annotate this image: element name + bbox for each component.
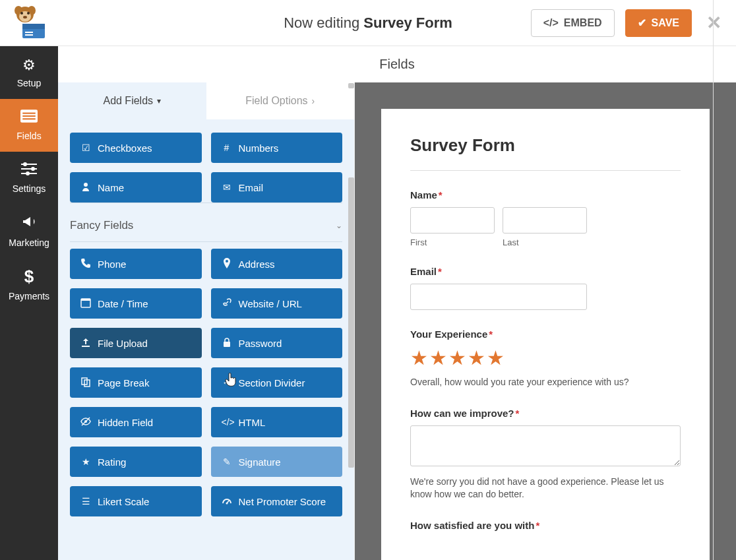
code-icon: </>: [222, 417, 232, 427]
svg-rect-22: [81, 299, 90, 301]
fancy-fields-section[interactable]: Fancy Fields ⌄: [70, 202, 342, 242]
copy-icon: [80, 377, 91, 389]
list-icon: [20, 109, 38, 127]
field-rating[interactable]: ★ Rating: [70, 447, 202, 477]
field-label: Phone: [98, 259, 126, 270]
svg-point-8: [20, 12, 23, 15]
svg-point-9: [27, 12, 30, 15]
tab-add-fields[interactable]: Add Fields ▾: [58, 82, 206, 119]
topbar-actions: </> EMBED ✔ SAVE ✕: [531, 9, 725, 37]
field-label: Signature: [239, 456, 281, 468]
check-icon: ✔: [638, 16, 646, 29]
close-button[interactable]: ✕: [702, 12, 725, 34]
section-label: Fancy Fields: [70, 219, 133, 232]
field-html[interactable]: </> HTML: [211, 407, 343, 437]
form-title: Survey Form: [410, 135, 681, 171]
nav-fields[interactable]: Fields: [0, 99, 58, 152]
star-2[interactable]: ★: [429, 346, 447, 369]
field-section-divider[interactable]: ↔ Section Divider: [211, 367, 343, 398]
field-label: Checkboxes: [98, 142, 152, 154]
field-label: Date / Time: [98, 298, 148, 309]
panel-tabs: Add Fields ▾ Field Options ›: [58, 82, 354, 119]
svg-point-20: [26, 171, 30, 175]
field-label: HTML: [239, 417, 266, 428]
field-likert[interactable]: ☰ Likert Scale: [70, 486, 202, 516]
field-signature[interactable]: ✎ Signature: [211, 447, 343, 477]
nav-marketing[interactable]: Marketing: [0, 204, 58, 257]
form-field-name[interactable]: Name* First Last: [410, 189, 681, 247]
hash-icon: #: [222, 142, 232, 153]
nav-payments[interactable]: $ Payments: [0, 257, 58, 310]
field-label: Likert Scale: [98, 496, 149, 507]
svg-point-10: [23, 16, 27, 18]
user-icon: [80, 181, 91, 194]
help-text: We're sorry you did not have a good expe…: [410, 476, 681, 501]
form-field-email[interactable]: Email*: [410, 266, 681, 310]
field-hidden[interactable]: Hidden Field: [70, 407, 202, 437]
field-email[interactable]: ✉ Email: [211, 172, 343, 202]
form-field-experience[interactable]: Your Experience* ★ ★ ★ ★ ★ Overall, how …: [410, 328, 681, 389]
star-3[interactable]: ★: [448, 346, 466, 369]
email-input[interactable]: [410, 284, 587, 310]
field-file-upload[interactable]: File Upload: [70, 328, 202, 358]
field-label: Address: [239, 259, 275, 270]
field-address[interactable]: Address: [211, 249, 343, 279]
svg-rect-23: [224, 342, 230, 347]
fields-scroll[interactable]: ☑ Checkboxes # Numbers Name ✉ Email: [58, 119, 354, 560]
field-datetime[interactable]: Date / Time: [70, 288, 202, 319]
tab-label: Add Fields: [103, 95, 153, 107]
field-password[interactable]: Password: [211, 328, 343, 358]
scroll-arrow-up[interactable]: [348, 83, 354, 88]
scroll-thumb[interactable]: [348, 177, 354, 468]
pencil-icon: ✎: [222, 456, 232, 467]
form-name: Survey Form: [363, 15, 452, 31]
field-website[interactable]: Website / URL: [211, 288, 343, 319]
required-asterisk: *: [489, 328, 493, 340]
field-name[interactable]: Name: [70, 172, 202, 202]
tab-label: Field Options: [245, 95, 307, 107]
svg-line-29: [227, 501, 229, 503]
field-nps[interactable]: Net Promoter Score: [211, 486, 343, 516]
field-label: Name*: [410, 189, 681, 201]
field-numbers[interactable]: # Numbers: [211, 133, 343, 163]
form-field-improve[interactable]: How can we improve?* We're sorry you did…: [410, 408, 681, 501]
star-1[interactable]: ★: [410, 346, 428, 369]
fields-header: Fields: [58, 46, 736, 82]
panel-scrollbar[interactable]: [348, 82, 355, 560]
preview-area: Survey Form Name* First Last: [355, 82, 736, 560]
envelope-icon: ✉: [222, 182, 232, 193]
field-label: Rating: [98, 456, 126, 468]
field-label: File Upload: [98, 338, 148, 349]
tab-field-options[interactable]: Field Options ›: [206, 82, 355, 119]
nav-label: Marketing: [9, 237, 49, 248]
nav-setup[interactable]: ⚙ Setup: [0, 46, 58, 99]
improve-textarea[interactable]: [410, 425, 681, 466]
rating-stars[interactable]: ★ ★ ★ ★ ★: [410, 346, 681, 369]
topbar: Now editing Survey Form </> EMBED ✔ SAVE…: [0, 0, 736, 46]
bullhorn-icon: [21, 214, 37, 233]
field-label: Your Experience*: [410, 328, 681, 340]
star-4[interactable]: ★: [468, 346, 485, 369]
form-preview[interactable]: Survey Form Name* First Last: [381, 109, 710, 560]
bars-icon: ☰: [80, 496, 91, 507]
field-label: Net Promoter Score: [239, 496, 326, 507]
field-checkboxes[interactable]: ☑ Checkboxes: [70, 133, 202, 163]
calendar-icon: [80, 297, 91, 310]
star-5[interactable]: ★: [487, 346, 505, 369]
field-label: Hidden Field: [98, 417, 153, 428]
link-icon: [222, 297, 232, 310]
nav-settings[interactable]: Settings: [0, 152, 58, 204]
field-phone[interactable]: Phone: [70, 249, 202, 279]
embed-button[interactable]: </> EMBED: [531, 9, 615, 37]
embed-label: EMBED: [564, 17, 602, 29]
last-name-input[interactable]: [503, 207, 587, 233]
field-label: How can we improve?*: [410, 408, 681, 419]
field-page-break[interactable]: Page Break: [70, 367, 202, 398]
svg-point-16: [23, 162, 27, 166]
eye-slash-icon: [80, 416, 91, 429]
save-button[interactable]: ✔ SAVE: [625, 9, 692, 37]
first-name-input[interactable]: [410, 207, 495, 233]
last-sublabel: Last: [503, 237, 587, 247]
form-field-satisfied[interactable]: How satisfied are you with*: [410, 520, 681, 531]
app-logo: [11, 5, 50, 41]
